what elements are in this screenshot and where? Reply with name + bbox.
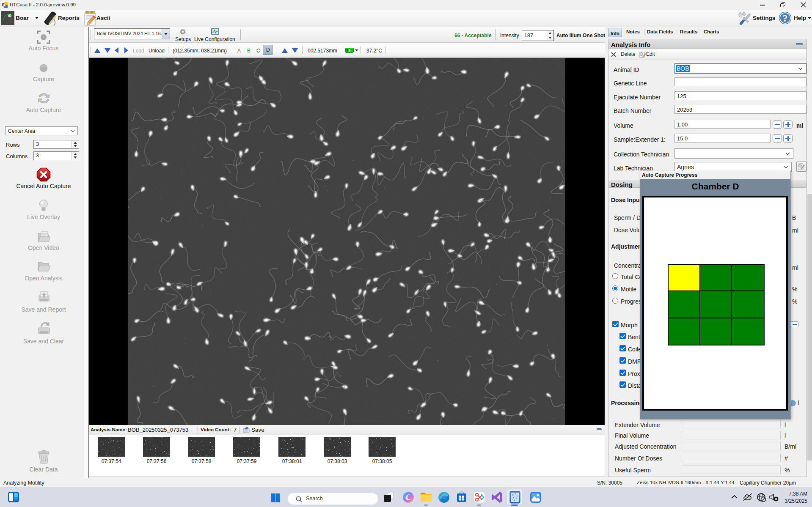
svg-text:?: ? (783, 13, 788, 24)
